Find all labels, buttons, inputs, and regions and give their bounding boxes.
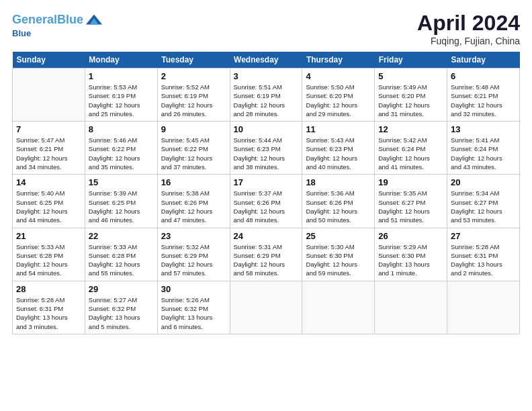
table-row [230, 281, 302, 334]
day-number: 1 [89, 71, 154, 81]
table-row: 25Sunrise: 5:30 AM Sunset: 6:30 PM Dayli… [302, 228, 375, 281]
table-row: 16Sunrise: 5:38 AM Sunset: 6:26 PM Dayli… [157, 175, 230, 228]
location: Fuqing, Fujian, China [417, 36, 520, 46]
table-row: 14Sunrise: 5:40 AM Sunset: 6:25 PM Dayli… [13, 175, 85, 228]
col-wednesday: Wednesday [230, 52, 302, 68]
col-thursday: Thursday [302, 52, 375, 68]
month-title: April 2024 [417, 11, 520, 36]
calendar-week-row: 7Sunrise: 5:47 AM Sunset: 6:21 PM Daylig… [13, 122, 520, 175]
day-number: 26 [378, 231, 443, 241]
table-row: 22Sunrise: 5:33 AM Sunset: 6:28 PM Dayli… [85, 228, 157, 281]
col-saturday: Saturday [447, 52, 520, 68]
day-number: 6 [451, 71, 516, 81]
logo-icon [85, 11, 103, 30]
day-number: 16 [161, 177, 226, 187]
day-info: Sunrise: 5:43 AM Sunset: 6:23 PM Dayligh… [306, 136, 371, 171]
day-info: Sunrise: 5:37 AM Sunset: 6:26 PM Dayligh… [234, 189, 299, 224]
day-info: Sunrise: 5:27 AM Sunset: 6:32 PM Dayligh… [89, 295, 154, 331]
day-info: Sunrise: 5:44 AM Sunset: 6:23 PM Dayligh… [234, 136, 299, 171]
table-row: 19Sunrise: 5:35 AM Sunset: 6:27 PM Dayli… [375, 175, 447, 228]
page: GeneralBlue Blue April 2024 Fuqing, Fuji… [0, 0, 532, 411]
day-number: 5 [378, 71, 443, 81]
day-number: 17 [234, 177, 299, 187]
logo-blue: Blue [12, 28, 103, 38]
day-info: Sunrise: 5:52 AM Sunset: 6:19 PM Dayligh… [161, 83, 226, 118]
day-info: Sunrise: 5:45 AM Sunset: 6:22 PM Dayligh… [161, 136, 226, 171]
col-tuesday: Tuesday [157, 52, 230, 68]
day-number: 3 [234, 71, 299, 81]
table-row: 28Sunrise: 5:28 AM Sunset: 6:31 PM Dayli… [13, 281, 85, 334]
table-row: 11Sunrise: 5:43 AM Sunset: 6:23 PM Dayli… [302, 122, 375, 175]
table-row: 20Sunrise: 5:34 AM Sunset: 6:27 PM Dayli… [447, 175, 520, 228]
day-info: Sunrise: 5:48 AM Sunset: 6:21 PM Dayligh… [451, 83, 516, 118]
day-info: Sunrise: 5:51 AM Sunset: 6:19 PM Dayligh… [234, 83, 299, 118]
day-info: Sunrise: 5:32 AM Sunset: 6:29 PM Dayligh… [161, 242, 226, 278]
day-info: Sunrise: 5:53 AM Sunset: 6:19 PM Dayligh… [89, 83, 154, 118]
day-number: 9 [161, 124, 226, 134]
table-row: 2Sunrise: 5:52 AM Sunset: 6:19 PM Daylig… [157, 68, 230, 122]
day-number: 28 [16, 284, 81, 294]
day-number: 19 [378, 177, 443, 187]
day-info: Sunrise: 5:35 AM Sunset: 6:27 PM Dayligh… [378, 189, 443, 224]
day-info: Sunrise: 5:34 AM Sunset: 6:27 PM Dayligh… [451, 189, 516, 224]
day-number: 22 [89, 231, 154, 241]
day-number: 21 [16, 231, 81, 241]
day-info: Sunrise: 5:31 AM Sunset: 6:29 PM Dayligh… [234, 242, 299, 278]
day-info: Sunrise: 5:29 AM Sunset: 6:30 PM Dayligh… [378, 242, 443, 278]
calendar-week-row: 1Sunrise: 5:53 AM Sunset: 6:19 PM Daylig… [13, 68, 520, 122]
table-row: 27Sunrise: 5:28 AM Sunset: 6:31 PM Dayli… [447, 228, 520, 281]
table-row: 23Sunrise: 5:32 AM Sunset: 6:29 PM Dayli… [157, 228, 230, 281]
day-info: Sunrise: 5:47 AM Sunset: 6:21 PM Dayligh… [16, 136, 81, 171]
day-number: 8 [89, 124, 154, 134]
day-info: Sunrise: 5:28 AM Sunset: 6:31 PM Dayligh… [16, 295, 81, 331]
table-row: 1Sunrise: 5:53 AM Sunset: 6:19 PM Daylig… [85, 68, 157, 122]
day-info: Sunrise: 5:36 AM Sunset: 6:26 PM Dayligh… [306, 189, 371, 224]
day-number: 29 [89, 284, 154, 294]
table-row: 21Sunrise: 5:33 AM Sunset: 6:28 PM Dayli… [13, 228, 85, 281]
table-row: 18Sunrise: 5:36 AM Sunset: 6:26 PM Dayli… [302, 175, 375, 228]
day-info: Sunrise: 5:28 AM Sunset: 6:31 PM Dayligh… [451, 242, 516, 278]
table-row: 9Sunrise: 5:45 AM Sunset: 6:22 PM Daylig… [157, 122, 230, 175]
day-number: 30 [161, 284, 226, 294]
logo: GeneralBlue Blue [12, 11, 103, 38]
day-number: 12 [378, 124, 443, 134]
table-row: 12Sunrise: 5:42 AM Sunset: 6:24 PM Dayli… [375, 122, 447, 175]
day-number: 20 [451, 177, 516, 187]
day-info: Sunrise: 5:40 AM Sunset: 6:25 PM Dayligh… [16, 189, 81, 224]
col-monday: Monday [85, 52, 157, 68]
table-row [375, 281, 447, 334]
day-info: Sunrise: 5:46 AM Sunset: 6:22 PM Dayligh… [89, 136, 154, 171]
day-number: 11 [306, 124, 371, 134]
day-info: Sunrise: 5:41 AM Sunset: 6:24 PM Dayligh… [451, 136, 516, 171]
table-row [13, 68, 85, 122]
table-row: 30Sunrise: 5:26 AM Sunset: 6:32 PM Dayli… [157, 281, 230, 334]
table-row: 7Sunrise: 5:47 AM Sunset: 6:21 PM Daylig… [13, 122, 85, 175]
table-row: 6Sunrise: 5:48 AM Sunset: 6:21 PM Daylig… [447, 68, 520, 122]
table-row: 5Sunrise: 5:49 AM Sunset: 6:20 PM Daylig… [375, 68, 447, 122]
day-number: 18 [306, 177, 371, 187]
day-info: Sunrise: 5:42 AM Sunset: 6:24 PM Dayligh… [378, 136, 443, 171]
day-info: Sunrise: 5:30 AM Sunset: 6:30 PM Dayligh… [306, 242, 371, 278]
table-row [447, 281, 520, 334]
day-number: 27 [451, 231, 516, 241]
calendar: Sunday Monday Tuesday Wednesday Thursday… [12, 52, 520, 334]
day-number: 15 [89, 177, 154, 187]
table-row: 3Sunrise: 5:51 AM Sunset: 6:19 PM Daylig… [230, 68, 302, 122]
table-row: 4Sunrise: 5:50 AM Sunset: 6:20 PM Daylig… [302, 68, 375, 122]
day-info: Sunrise: 5:39 AM Sunset: 6:25 PM Dayligh… [89, 189, 154, 224]
day-info: Sunrise: 5:50 AM Sunset: 6:20 PM Dayligh… [306, 83, 371, 118]
day-number: 13 [451, 124, 516, 134]
calendar-header-row: Sunday Monday Tuesday Wednesday Thursday… [13, 52, 520, 68]
calendar-week-row: 21Sunrise: 5:33 AM Sunset: 6:28 PM Dayli… [13, 228, 520, 281]
day-number: 4 [306, 71, 371, 81]
day-number: 2 [161, 71, 226, 81]
logo-text: GeneralBlue [12, 13, 83, 27]
day-info: Sunrise: 5:33 AM Sunset: 6:28 PM Dayligh… [16, 242, 81, 278]
table-row: 10Sunrise: 5:44 AM Sunset: 6:23 PM Dayli… [230, 122, 302, 175]
table-row: 15Sunrise: 5:39 AM Sunset: 6:25 PM Dayli… [85, 175, 157, 228]
day-info: Sunrise: 5:26 AM Sunset: 6:32 PM Dayligh… [161, 295, 226, 331]
table-row: 17Sunrise: 5:37 AM Sunset: 6:26 PM Dayli… [230, 175, 302, 228]
col-friday: Friday [375, 52, 447, 68]
table-row: 26Sunrise: 5:29 AM Sunset: 6:30 PM Dayli… [375, 228, 447, 281]
col-sunday: Sunday [13, 52, 85, 68]
